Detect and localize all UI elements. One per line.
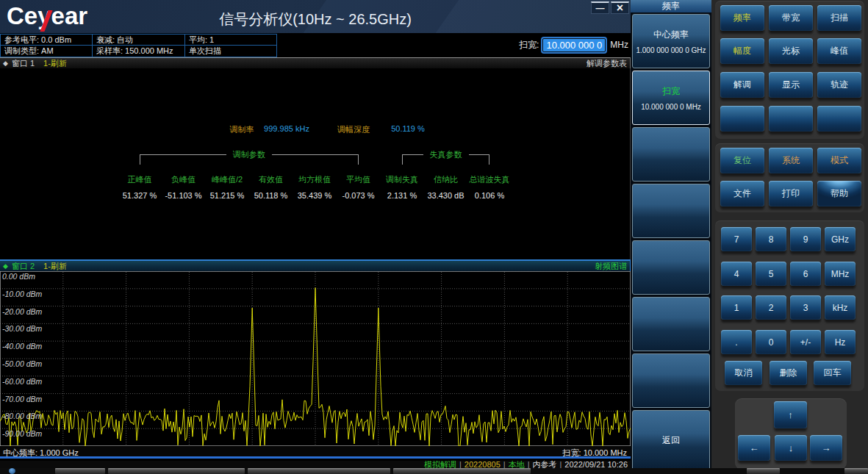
- softkey-blank-1[interactable]: [632, 127, 710, 182]
- parameter-band: 参考电平: 0.0 dBm衰减: 自动平均: 1调制类型: AM采样率: 150…: [0, 33, 631, 57]
- demod-col-header-5: 平均值: [337, 174, 381, 185]
- window1-refresh-label: 1-刷新: [43, 58, 67, 69]
- demod-col-value-0: 51.327 %: [118, 191, 162, 200]
- key-bandwidth[interactable]: 带宽: [769, 5, 813, 31]
- key-help[interactable]: 帮助: [817, 181, 861, 207]
- softkey-blank-3[interactable]: [632, 240, 710, 295]
- y-axis-label-5: -50.00 dBm: [2, 359, 43, 368]
- span-input[interactable]: 10.000 000 0: [542, 38, 606, 52]
- key-blank-b[interactable]: [769, 106, 813, 132]
- taskbar-window-button-4[interactable]: [747, 468, 780, 474]
- key-arrow-left[interactable]: ←: [738, 435, 770, 461]
- softkey-blank-4[interactable]: [632, 297, 710, 351]
- span-label: 扫宽:: [519, 39, 539, 51]
- y-axis-label-1: -10.00 dBm: [2, 290, 43, 298]
- key-0[interactable]: 0: [756, 330, 786, 354]
- key-freq[interactable]: 频率: [720, 5, 764, 31]
- key-5[interactable]: 5: [756, 262, 786, 286]
- softkey-blank-2[interactable]: [632, 184, 710, 238]
- signal-analyzer-app: Ceyear 信号分析仪(10Hz ~ 26.5GHz) — × 参考电平: 0…: [0, 0, 868, 474]
- key-decimal-point[interactable]: .: [721, 330, 752, 354]
- demod-col-header-1: 负峰值: [162, 174, 206, 185]
- y-axis-label-4: -40.00 dBm: [2, 342, 43, 351]
- key-arrow-right[interactable]: →: [810, 435, 842, 461]
- taskbar-window-button-3[interactable]: [393, 468, 531, 474]
- key-display[interactable]: 显示: [769, 72, 813, 98]
- key-arrow-down[interactable]: ↓: [775, 435, 807, 461]
- key-delete[interactable]: 删除: [770, 361, 807, 385]
- key-amplitude[interactable]: 幅度: [720, 38, 764, 64]
- taskbar-window-button-2[interactable]: [248, 468, 390, 474]
- demod-col-value-8: 0.106 %: [467, 191, 512, 200]
- key-print[interactable]: 打印: [769, 181, 813, 207]
- bracket-drop-left: [402, 154, 403, 165]
- demod-col-value-2: 51.215 %: [205, 191, 249, 200]
- key-kHz[interactable]: kHz: [825, 295, 856, 320]
- key-marker[interactable]: 光标: [769, 38, 813, 64]
- demod-col-value-4: 35.439 %: [293, 191, 337, 200]
- soft-menu: 频率 中心频率1.000 000 000 0 GHz扫宽10.000 000 0…: [631, 0, 711, 474]
- key-mode[interactable]: 模式: [817, 148, 861, 173]
- key-1[interactable]: 1: [721, 295, 752, 320]
- key-enter[interactable]: 回车: [814, 361, 851, 385]
- key-reset[interactable]: 复位: [720, 148, 764, 173]
- demod-col-value-7: 33.430 dB: [424, 191, 468, 200]
- group-label-1: 失真参数: [423, 149, 469, 160]
- key-sweep[interactable]: 扫描: [817, 5, 861, 31]
- softkey-center-frequency[interactable]: 中心频率1.000 000 000 0 GHz: [632, 14, 710, 68]
- key-plus-minus[interactable]: +/-: [790, 330, 821, 354]
- key-2[interactable]: 2: [756, 295, 786, 320]
- demod-parameter-window: 调制率999.985 kHz调幅深度50.119 %调制参数失真参数正峰值51.…: [0, 68, 631, 259]
- key-cancel[interactable]: 取消: [725, 361, 762, 385]
- close-button[interactable]: ×: [611, 1, 629, 14]
- key-4[interactable]: 4: [721, 262, 752, 286]
- softmenu-header: 频率: [631, 0, 711, 12]
- readout-label-1: 调幅深度: [337, 124, 370, 135]
- key-6[interactable]: 6: [790, 262, 821, 286]
- taskbar-window-button-0[interactable]: [55, 468, 105, 474]
- window1-titlebar[interactable]: ◆ 窗口 1 1-刷新 解调参数表: [0, 57, 631, 68]
- window2-refresh-label: 1-刷新: [43, 261, 67, 272]
- key-peak[interactable]: 峰值: [817, 38, 861, 64]
- softkey-back-label: 返回: [662, 434, 680, 447]
- key-8[interactable]: 8: [756, 227, 786, 251]
- window1-view-label: 解调参数表: [587, 58, 627, 69]
- minimize-button[interactable]: —: [591, 1, 609, 14]
- key-7[interactable]: 7: [721, 227, 752, 251]
- param-cell-r1c1: 采样率: 150.000 MHz: [93, 46, 185, 57]
- key-9[interactable]: 9: [790, 227, 821, 251]
- param-cell-r0c1: 衰减: 自动: [93, 35, 185, 46]
- demod-col-value-6: 2.131 %: [380, 191, 424, 200]
- softkey-span[interactable]: 扫宽10.000 000 0 MHz: [632, 71, 710, 125]
- taskbar-window-button-5[interactable]: [844, 468, 868, 474]
- key-panel: 频率带宽扫描幅度光标峰值解调显示轨迹复位系统模式文件打印帮助789GHz456M…: [711, 0, 868, 468]
- taskbar-window-button-1[interactable]: [108, 468, 245, 474]
- window2-diamond-icon: ◆: [3, 262, 8, 270]
- key-blank-c[interactable]: [817, 106, 861, 132]
- key-arrow-up[interactable]: ↑: [774, 401, 807, 428]
- key-Hz[interactable]: Hz: [825, 330, 856, 354]
- key-3[interactable]: 3: [790, 295, 821, 320]
- key-MHz[interactable]: MHz: [825, 262, 856, 286]
- demod-col-header-6: 调制失真: [380, 174, 424, 185]
- window1-title: 窗口 1: [12, 58, 35, 69]
- bracket-drop-left: [140, 154, 140, 165]
- spectrum-chart: 0.00 dBm-10.00 dBm-20.00 dBm-30.00 dBm-4…: [0, 271, 631, 446]
- window2-titlebar[interactable]: ◆ 窗口 2 1-刷新 射频图谱: [0, 259, 631, 271]
- softkey-blank-5[interactable]: [632, 353, 710, 408]
- key-GHz[interactable]: GHz: [825, 227, 856, 251]
- softkey-back[interactable]: 返回: [632, 410, 710, 470]
- key-demod[interactable]: 解调: [720, 72, 764, 98]
- app-title: 信号分析仪(10Hz ~ 26.5GHz): [0, 10, 631, 29]
- key-trace[interactable]: 轨迹: [817, 72, 861, 98]
- demod-col-header-8: 总谐波失真: [467, 174, 512, 185]
- span-unit: MHz: [610, 40, 628, 50]
- key-system[interactable]: 系统: [769, 148, 813, 173]
- demod-col-header-0: 正峰值: [118, 174, 162, 185]
- spectrum-plot: 0.00 dBm-10.00 dBm-20.00 dBm-30.00 dBm-4…: [0, 271, 631, 446]
- key-blank-a[interactable]: [720, 106, 764, 132]
- bracket-line-right: [272, 154, 359, 155]
- taskbar-app-icon[interactable]: [9, 468, 15, 474]
- window2-title: 窗口 2: [12, 261, 35, 272]
- key-file[interactable]: 文件: [720, 181, 764, 207]
